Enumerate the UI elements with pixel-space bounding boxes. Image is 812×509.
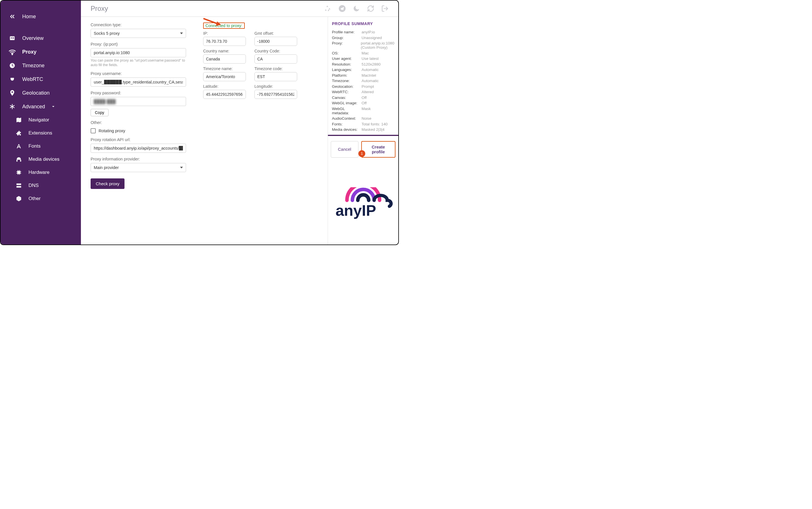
pin-icon: [8, 89, 16, 97]
summary-value: Prompt: [361, 84, 394, 89]
input-tzname[interactable]: [203, 72, 246, 81]
id-card-icon: [8, 34, 16, 42]
summary-key: Fonts:: [332, 122, 361, 126]
sidebar-item-label: Timezone: [22, 63, 44, 69]
summary-key: AudioContext:: [332, 116, 361, 121]
asterisk-icon: [8, 103, 16, 110]
checkbox-rotating[interactable]: [91, 128, 96, 133]
summary-value: Total fonts: 140: [361, 122, 394, 126]
headphones-icon: [15, 156, 22, 163]
svg-text:anyIP: anyIP: [336, 202, 376, 219]
label-lon: Longitude:: [254, 84, 297, 89]
sidebar-item-media[interactable]: Media devices: [1, 153, 81, 166]
label-rotation-url: Proxy rotation API url:: [91, 137, 186, 142]
select-provider-value: Main provider: [94, 165, 119, 170]
input-lat[interactable]: [203, 90, 246, 99]
input-ip[interactable]: [203, 37, 246, 46]
summary-row: Geolocation:Prompt: [332, 84, 394, 89]
summary-value: Off: [361, 101, 394, 105]
svg-rect-2: [12, 37, 14, 38]
label-password: Proxy password:: [91, 91, 186, 95]
summary-value: Mac: [361, 51, 394, 55]
select-connection-type[interactable]: Socks 5 proxy: [91, 29, 186, 38]
page-title: Proxy: [91, 5, 108, 12]
sidebar-item-fonts[interactable]: Fonts: [1, 140, 81, 153]
input-lon[interactable]: [254, 90, 297, 99]
summary-row: Fonts:Total fonts: 140: [332, 122, 394, 126]
sidebar-item-extensions[interactable]: Extensions: [1, 127, 81, 140]
summary-key: WebGL image:: [332, 101, 361, 105]
svg-rect-11: [16, 186, 22, 188]
sidebar-item-hardware[interactable]: Hardware: [1, 166, 81, 179]
svg-point-1: [11, 37, 12, 38]
plug-icon: [8, 75, 16, 83]
recycle-icon[interactable]: [324, 5, 332, 12]
font-icon: [15, 143, 22, 149]
input-username[interactable]: [91, 77, 186, 87]
sidebar-item-dns[interactable]: DNS: [1, 179, 81, 192]
input-tzcode[interactable]: [254, 72, 297, 81]
logo: anyIP: [328, 163, 398, 245]
sidebar-item-advanced[interactable]: Advanced: [1, 100, 81, 113]
copy-button[interactable]: Copy: [91, 109, 109, 116]
summary-value: Mask: [361, 107, 394, 115]
summary-key: Media devices:: [332, 127, 361, 132]
label-tzname: Timezone name:: [203, 66, 246, 71]
map-icon: [15, 116, 22, 124]
summary-key: Resolution:: [332, 62, 361, 66]
cancel-button[interactable]: Cancel: [331, 141, 358, 158]
input-rotation-url[interactable]: [91, 144, 186, 153]
sidebar-item-label: Extensions: [29, 130, 52, 136]
summary-value: portal.anyip.io:1080 (Custom Proxy): [361, 41, 394, 49]
telegram-icon[interactable]: [339, 5, 346, 12]
summary-value: Noise: [361, 116, 394, 121]
label-connection-type: Connection type:: [91, 23, 186, 27]
input-country[interactable]: [203, 55, 246, 64]
label-ip: IP:: [203, 31, 246, 36]
summary-row: Canvas:Off: [332, 96, 394, 100]
cube-icon: [15, 195, 22, 202]
summary-row: User agent:Use latest: [332, 57, 394, 61]
summary-row: Languages:Automatic: [332, 68, 394, 72]
input-password[interactable]: ████-███: [91, 97, 186, 106]
sidebar-item-overview[interactable]: Overview: [1, 31, 81, 45]
sidebar-item-label: Hardware: [29, 170, 49, 175]
summary-value: Unassigned: [361, 36, 394, 40]
summary-value: Masked 2|3|4: [361, 127, 394, 132]
puzzle-icon: [15, 130, 22, 137]
summary-title: PROFILE SUMMARY: [332, 21, 394, 26]
summary-row: WebRTC:Altered: [332, 90, 394, 94]
summary-key: Languages:: [332, 68, 361, 72]
moon-icon[interactable]: [353, 5, 360, 12]
summary-key: Platform:: [332, 73, 361, 77]
summary-row: Platform:MacIntel: [332, 73, 394, 77]
summary-key: Proxy:: [332, 41, 361, 49]
create-profile-button[interactable]: Create profile: [361, 141, 395, 158]
input-gmt[interactable]: [254, 37, 297, 46]
select-provider[interactable]: Main provider: [91, 163, 186, 172]
chevron-down-icon: [180, 33, 183, 34]
titlebar: Proxy: [81, 1, 398, 17]
label-provider: Proxy information provider:: [91, 157, 186, 161]
sidebar-item-geolocation[interactable]: Geolocation: [1, 86, 81, 100]
sidebar-item-label: Media devices: [29, 157, 60, 162]
sidebar-item-navigator[interactable]: Navigator: [1, 113, 81, 127]
summary-value: anyIP.io: [361, 30, 394, 34]
sidebar-item-proxy[interactable]: Proxy: [1, 45, 81, 59]
clock-icon: [8, 62, 16, 69]
sidebar-item-webrtc[interactable]: WebRTC: [1, 72, 81, 86]
sidebar-item-label: Overview: [22, 35, 44, 41]
sidebar-item-home[interactable]: Home: [1, 10, 81, 23]
refresh-icon[interactable]: [367, 5, 375, 12]
profile-summary-panel: PROFILE SUMMARY Profile name:anyIP.ioGro…: [328, 17, 398, 244]
annotation-badge: 1: [358, 150, 365, 157]
wifi-icon: [8, 48, 16, 56]
input-cc[interactable]: [254, 55, 297, 64]
check-proxy-button[interactable]: Check proxy: [91, 178, 125, 189]
logout-icon[interactable]: [381, 5, 389, 12]
sidebar-item-label: Other: [29, 196, 41, 202]
input-proxy[interactable]: [91, 48, 186, 57]
sidebar-item-label: Geolocation: [22, 90, 49, 96]
sidebar-item-other[interactable]: Other: [1, 192, 81, 205]
sidebar-item-timezone[interactable]: Timezone: [1, 59, 81, 72]
